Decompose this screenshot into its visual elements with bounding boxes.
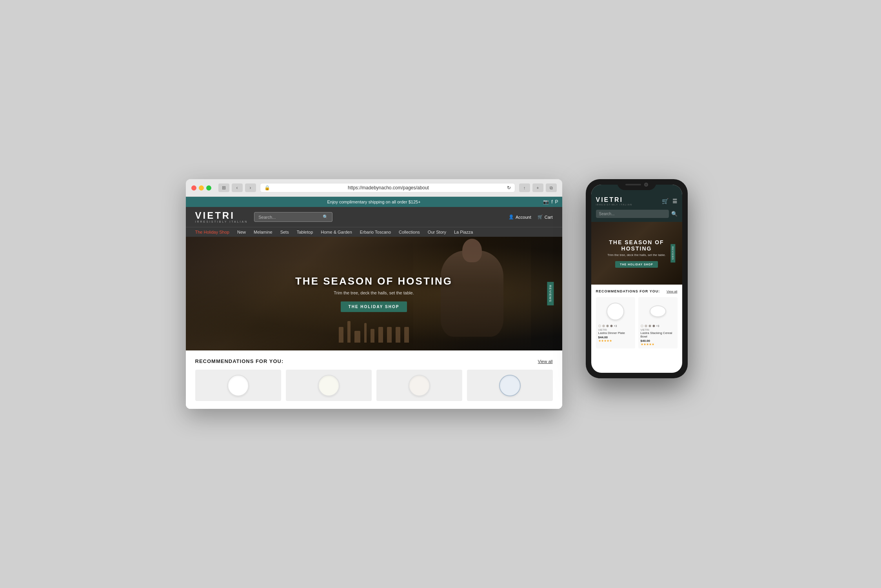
facebook-icon[interactable]: f	[551, 199, 552, 205]
url-text: https://madebynacho.com/pages/about	[272, 185, 505, 191]
phone-search-icon[interactable]: 🔍	[671, 211, 678, 217]
nav-item-melamine[interactable]: Melamine	[254, 230, 272, 234]
rec-card[interactable]	[376, 370, 462, 401]
top-banner: Enjoy complimentary shipping on all orde…	[186, 197, 562, 207]
phone-cart-icon[interactable]: 🛒	[662, 198, 668, 204]
rec-card[interactable]	[467, 370, 553, 401]
logo[interactable]: VIETRI IRRESISTIBLY ITALIAN	[195, 211, 248, 223]
search-icon[interactable]: 🔍	[323, 214, 328, 220]
phone-screen: VIETRI IRRESISTIBLY ITALIAN 🛒 ☰ 🔍	[591, 185, 682, 373]
speaker-grille	[625, 184, 641, 185]
instagram-icon[interactable]: 📷	[543, 199, 549, 205]
product-plate-icon	[499, 375, 521, 396]
color-swatch[interactable]	[606, 325, 609, 327]
product-plate-icon	[318, 375, 340, 396]
phone-hero-content: THE SEASON OF HOSTING Trim the tree, dec…	[591, 239, 682, 268]
nav-item-holiday-shop[interactable]: The Holiday Shop	[195, 230, 229, 234]
back-button[interactable]: ‹	[232, 183, 243, 192]
duplicate-button[interactable]: ⧉	[546, 183, 557, 192]
color-swatch[interactable]	[641, 325, 643, 327]
nav-item-erbario[interactable]: Erbario Toscano	[360, 230, 391, 234]
color-swatch[interactable]	[610, 325, 613, 327]
phone-logo: VIETRI	[596, 196, 632, 203]
nav-item-new[interactable]: New	[237, 230, 246, 234]
reload-icon[interactable]: ↻	[507, 185, 511, 191]
scene: ⊞ ‹ › 🔒 https://madebynacho.com/pages/ab…	[186, 179, 696, 409]
studio-item	[396, 327, 400, 343]
nav-item-our-story[interactable]: Our Story	[428, 230, 446, 234]
cart-label: Cart	[545, 215, 553, 220]
rec-image	[286, 370, 372, 401]
color-swatch[interactable]	[645, 325, 647, 327]
product-name: Lastra Stacking Cereal Bowl	[641, 331, 675, 338]
view-all-link[interactable]: View all	[538, 359, 553, 364]
search-input[interactable]	[258, 215, 320, 220]
color-swatch[interactable]	[652, 325, 655, 327]
cart-button[interactable]: 🛒 Cart	[538, 214, 553, 220]
sidebar-toggle[interactable]: ⊞	[218, 183, 229, 192]
hero-section: THE SEASON OF HOSTING Trim the tree, dec…	[186, 237, 562, 350]
nav-item-sets[interactable]: Sets	[280, 230, 289, 234]
product-rating: ★★★★★	[641, 343, 675, 346]
close-button[interactable]	[191, 185, 196, 191]
share-button[interactable]: ↑	[519, 183, 530, 192]
header-right: 👤 Account 🛒 Cart	[509, 214, 553, 220]
recs-grid	[195, 370, 553, 401]
phone-device: VIETRI IRRESISTIBLY ITALIAN 🛒 ☰ 🔍	[586, 179, 688, 378]
phone-logo-area[interactable]: VIETRI IRRESISTIBLY ITALIAN	[596, 196, 632, 206]
product-brand: VIETRI	[641, 328, 675, 331]
phone-wrapper: VIETRI IRRESISTIBLY ITALIAN 🛒 ☰ 🔍	[586, 179, 696, 378]
color-count: +3	[614, 325, 617, 327]
new-tab-button[interactable]: +	[532, 183, 543, 192]
color-swatch[interactable]	[598, 325, 601, 327]
product-plate-icon	[409, 375, 430, 396]
rec-image	[467, 370, 553, 401]
recs-header: RECOMMENDATIONS FOR YOU: View all	[195, 358, 553, 364]
color-swatch[interactable]	[648, 325, 651, 327]
account-icon: 👤	[509, 214, 514, 220]
rec-card[interactable]	[195, 370, 281, 401]
hero-subtitle: Trim the tree, deck the halls, set the t…	[295, 290, 452, 295]
nav-item-collections[interactable]: Collections	[399, 230, 420, 234]
security-icon: 🔒	[264, 185, 270, 191]
phone-rec-card-bowl[interactable]: +3 VIETRI Lastra Stacking Cereal Bowl $4…	[638, 297, 678, 348]
nav-item-la-piazza[interactable]: La Piazza	[454, 230, 473, 234]
rec-card[interactable]	[286, 370, 372, 401]
logo-text: VIETRI	[195, 211, 248, 220]
phone-hero-title: THE SEASON OF HOSTING	[599, 239, 674, 252]
color-swatch[interactable]	[602, 325, 605, 327]
pinterest-icon[interactable]: P	[555, 199, 558, 205]
cart-icon: 🛒	[538, 214, 543, 220]
forward-button[interactable]: ›	[245, 183, 256, 192]
search-bar[interactable]: 🔍	[254, 212, 332, 222]
rec-image	[195, 370, 281, 401]
fullscreen-button[interactable]	[206, 185, 211, 191]
minimize-button[interactable]	[199, 185, 204, 191]
color-swatches: +3	[641, 325, 675, 327]
browser-chrome: ⊞ ‹ › 🔒 https://madebynacho.com/pages/ab…	[186, 179, 562, 197]
phone-hero-cta-button[interactable]: THE HOLIDAY SHOP	[615, 261, 658, 268]
phone-menu-icon[interactable]: ☰	[672, 198, 678, 204]
address-bar[interactable]: 🔒 https://madebynacho.com/pages/about ↻	[260, 183, 515, 192]
phone-recs-grid: +3 VIETRI Lastra Dinner Plate $44.00 ★★★…	[596, 297, 678, 348]
reviews-tab[interactable]: REVIEWS	[547, 282, 554, 305]
phone-rec-card-plate[interactable]: +3 VIETRI Lastra Dinner Plate $44.00 ★★★…	[596, 297, 635, 348]
hero-cta-button[interactable]: THE HOLIDAY SHOP	[341, 301, 407, 312]
product-price: $44.00	[598, 336, 633, 339]
nav-item-home-garden[interactable]: Home & Garden	[321, 230, 352, 234]
site-content: Enjoy complimentary shipping on all orde…	[186, 197, 562, 409]
studio-item	[354, 331, 360, 343]
phone-logo-sub: IRRESISTIBLY ITALIAN	[596, 203, 632, 206]
phone-search-input[interactable]	[596, 210, 669, 218]
product-brand: VIETRI	[598, 328, 633, 331]
studio-item	[378, 327, 383, 343]
nav-item-tabletop[interactable]: Tabletop	[297, 230, 313, 234]
phone-view-all-link[interactable]: View all	[667, 290, 677, 293]
browser-controls: ⊞ ‹ ›	[218, 183, 256, 192]
hero-content: THE SEASON OF HOSTING Trim the tree, dec…	[295, 275, 452, 312]
front-camera	[644, 183, 648, 187]
studio-item	[387, 327, 392, 343]
account-button[interactable]: 👤 Account	[509, 214, 531, 220]
account-label: Account	[516, 215, 531, 220]
product-plate-icon	[227, 375, 249, 396]
